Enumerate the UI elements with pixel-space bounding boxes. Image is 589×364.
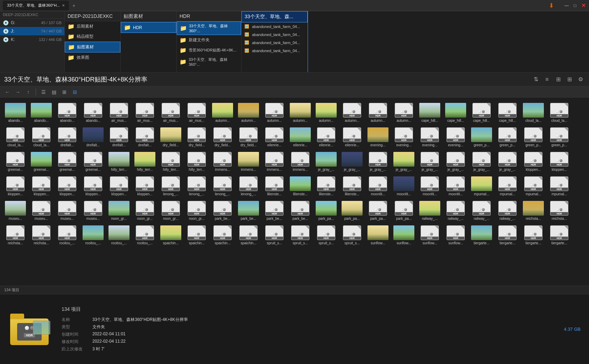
file-item[interactable]: sunflow...	[365, 223, 391, 247]
file-item[interactable]: HDR evening...	[417, 125, 442, 149]
file-item[interactable]: HDR mpumal...	[495, 174, 520, 198]
file-item[interactable]: immens...	[236, 149, 261, 173]
file-item[interactable]: noon_gr...	[106, 198, 132, 222]
file-item[interactable]: dry_field...	[158, 125, 183, 149]
file-item[interactable]: autumn...	[210, 100, 235, 124]
file-item[interactable]: HDR kloppen...	[3, 174, 28, 198]
file-item[interactable]: HDR noon_gr...	[132, 198, 157, 222]
file-item[interactable]: HDR abando...	[55, 100, 80, 124]
file-item[interactable]: HDR rooitou_...	[132, 223, 157, 247]
file-item[interactable]: HDR museu...	[29, 198, 54, 222]
file-item[interactable]: HDR autumn...	[262, 100, 287, 124]
file-item[interactable]: HDR cape_hill...	[495, 100, 520, 124]
file-item[interactable]: HDR spruit_s...	[339, 223, 365, 247]
tab-close-icon[interactable]: ✕	[62, 4, 65, 7]
file-item[interactable]: HDR spruit_s...	[262, 223, 287, 247]
toolbar-back[interactable]: ←	[3, 88, 12, 97]
file-item[interactable]: HDR lenong_...	[158, 174, 183, 198]
file-item[interactable]: green_p...	[469, 125, 494, 149]
sort-button[interactable]: ⇅	[532, 75, 540, 84]
file-item[interactable]: HDR park_be...	[210, 198, 235, 222]
file-item[interactable]: autumn...	[314, 100, 339, 124]
file-item[interactable]: HDR je_gray_...	[469, 149, 494, 173]
file-item[interactable]: cape_hill...	[417, 100, 442, 124]
folder-item-33sky2[interactable]: 📁 33个天空、草地、森林360°...	[177, 55, 241, 68]
file-item[interactable]: HDR air_mus...	[158, 100, 183, 124]
view-detail-btn[interactable]: ▤	[49, 88, 58, 97]
file-item[interactable]: HDR air_mus...	[184, 100, 209, 124]
file-item[interactable]: HDR railway_...	[443, 198, 468, 222]
file-item[interactable]: reichsta...	[521, 198, 546, 222]
active-tab[interactable]: 33个天空、草地、森林360°H... ✕	[3, 1, 69, 10]
file-item[interactable]: HDR museu...	[55, 198, 80, 222]
file-item[interactable]: HDR sunflow...	[417, 223, 442, 247]
folder-item-33sky[interactable]: 📁 33个天空、草地、森林360°...	[177, 21, 241, 35]
view-list-btn[interactable]: ☰	[39, 88, 48, 97]
file-item[interactable]: hilly_terr...	[106, 149, 132, 173]
file-item[interactable]: HDR immens...	[288, 149, 313, 173]
file-item[interactable]: HDR je_gray_...	[417, 149, 442, 173]
folder-item-hdr[interactable]: 📁 HDR	[121, 22, 176, 33]
file-item[interactable]: HDR cloud_la...	[547, 100, 572, 124]
zoom-in-button[interactable]: ⊞	[565, 75, 574, 84]
file-item[interactable]: HDR lilienste...	[339, 174, 365, 198]
file-item[interactable]: HDR eilenrie...	[314, 125, 339, 149]
file-item[interactable]: HDR park_be...	[288, 198, 313, 222]
file-item[interactable]: HDR park_pa...	[365, 198, 391, 222]
file-item[interactable]: lilienste...	[288, 174, 313, 198]
file-item[interactable]: HDR autumn...	[365, 100, 391, 124]
file-item[interactable]: HDR greenwi...	[55, 149, 80, 173]
file-item[interactable]: HDR tiergarte...	[495, 223, 520, 247]
file-item[interactable]: park_pa...	[339, 198, 365, 222]
file-item[interactable]: HDR noon_gr...	[158, 198, 183, 222]
file-item[interactable]: HDR moonlit...	[365, 174, 391, 198]
file-item[interactable]: HDR kloppen...	[55, 174, 80, 198]
toolbar-up[interactable]: ↑	[24, 88, 33, 97]
file-item[interactable]: HDR cape_hill...	[469, 100, 494, 124]
file-item[interactable]: HDR kloppen...	[547, 149, 572, 173]
file-item[interactable]: HDR lilienste...	[314, 174, 339, 198]
file-item[interactable]: eilenrie...	[288, 125, 313, 149]
folder-item-houjicai[interactable]: 📁 后期素材	[65, 21, 120, 31]
file-item[interactable]: HDR cloud_la...	[29, 125, 54, 149]
folder-item-snow[interactable]: 📁 雪景360°HDR贴图-4K+8K...	[177, 45, 241, 55]
file-item[interactable]: greenwi...	[29, 149, 54, 173]
file-item[interactable]: HDR evening...	[391, 125, 416, 149]
file-item[interactable]: HDR moonlit...	[443, 174, 468, 198]
file-item[interactable]: je_gray_...	[391, 149, 416, 173]
file-item[interactable]: evening...	[365, 125, 391, 149]
file-item[interactable]: moonlit...	[391, 174, 416, 198]
file-item[interactable]: abando...	[29, 100, 54, 124]
file-item[interactable]: dreifalt...	[80, 125, 106, 149]
file-item[interactable]: cape_hill...	[443, 100, 468, 124]
file-item[interactable]: HDR moonlit...	[417, 174, 442, 198]
file-item[interactable]: HDR tiergarte...	[521, 223, 546, 247]
file-item[interactable]: HDR je_gray_...	[365, 149, 391, 173]
file-item[interactable]: HDR immens...	[262, 149, 287, 173]
view-large-btn[interactable]: ⊟	[70, 88, 79, 97]
file-item[interactable]: museu...	[3, 198, 28, 222]
file-item[interactable]: HDR autumn...	[339, 100, 365, 124]
file-item[interactable]: hilly_terr...	[132, 149, 157, 173]
file-item[interactable]: HDR autumn...	[391, 100, 416, 124]
file-item[interactable]: tiergarte...	[469, 223, 494, 247]
file-item[interactable]: HDR dry_field...	[236, 125, 261, 149]
file-item[interactable]: HDR mpumal...	[547, 174, 572, 198]
file-item[interactable]: HDR eilenrie...	[262, 125, 287, 149]
file-item[interactable]: abando...	[3, 100, 28, 124]
file-item[interactable]: HDR dreifalt...	[132, 125, 157, 149]
file-item[interactable]: HDR rooitou_...	[55, 223, 80, 247]
file-item[interactable]: HDR spaichin...	[210, 223, 235, 247]
file-item[interactable]: je_gray_...	[314, 149, 339, 173]
file-item[interactable]: rooitou_...	[80, 223, 106, 247]
file-item[interactable]: HDR reichsta...	[29, 223, 54, 247]
file-item[interactable]: HDR eilenrie...	[339, 125, 365, 149]
file-item[interactable]: HDR park_be...	[262, 198, 287, 222]
file-item[interactable]: HDR sunflow...	[443, 223, 468, 247]
file-item[interactable]: HDR immens...	[210, 149, 235, 173]
file-item[interactable]: HDR spaichin...	[184, 223, 209, 247]
file-item[interactable]: HDR green_p...	[547, 125, 572, 149]
file-item[interactable]: autumn...	[288, 100, 313, 124]
file-item[interactable]: HDR kloppen...	[80, 174, 106, 198]
sidebar-item-j[interactable]: 💿 J: 74 / 447 GB	[0, 27, 64, 35]
